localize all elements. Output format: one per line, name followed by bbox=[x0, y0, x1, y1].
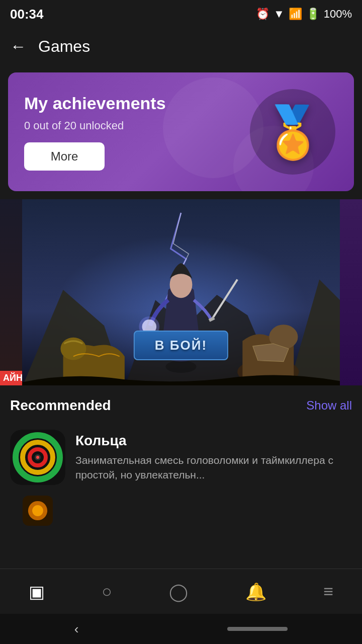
nav-messages[interactable]: ◯ bbox=[159, 577, 198, 607]
svg-point-20 bbox=[36, 456, 39, 459]
medal-circle: 🏅 bbox=[250, 89, 335, 175]
banner-left-preview: АЙН bbox=[0, 199, 22, 385]
banner-left-inner: АЙН bbox=[0, 199, 22, 385]
more-button[interactable]: More bbox=[24, 142, 105, 171]
back-system-button[interactable]: ‹ bbox=[74, 621, 79, 637]
bottom-navigation: ▣ ○ ◯ 🔔 ≡ bbox=[0, 569, 362, 614]
menu-icon: ≡ bbox=[323, 582, 333, 601]
achievements-title: My achievements bbox=[24, 94, 166, 113]
app-icon-koltsa bbox=[10, 430, 65, 485]
alarm-icon: ⏰ bbox=[256, 8, 269, 21]
banner-tag: АЙН bbox=[0, 371, 22, 385]
achievements-medal: 🏅 bbox=[247, 87, 338, 177]
svg-point-5 bbox=[165, 361, 196, 373]
home-pill[interactable] bbox=[227, 627, 288, 631]
recommended-header: Recommended Show all bbox=[0, 385, 362, 422]
battery-percent: 100% bbox=[324, 8, 352, 21]
svg-point-23 bbox=[32, 505, 43, 516]
status-time: 00:34 bbox=[10, 7, 44, 22]
achievements-card: My achievements 0 out of 20 unlocked Mor… bbox=[8, 72, 354, 191]
home-icon: ▣ bbox=[29, 582, 45, 602]
achievements-info: My achievements 0 out of 20 unlocked Mor… bbox=[24, 94, 166, 171]
app-name-koltsa: Кольца bbox=[75, 433, 352, 449]
status-icons: ⏰ ▼ 📶 🔋 100% bbox=[256, 8, 352, 21]
banner-carousel[interactable]: АЙН bbox=[0, 199, 362, 385]
achievements-subtitle: 0 out of 20 unlocked bbox=[24, 119, 166, 132]
nav-search[interactable]: ○ bbox=[92, 577, 122, 606]
nav-home[interactable]: ▣ bbox=[19, 577, 55, 607]
rings-icon-svg bbox=[10, 430, 65, 485]
notifications-icon: 🔔 bbox=[245, 582, 266, 602]
status-bar: 00:34 ⏰ ▼ 📶 🔋 100% bbox=[0, 0, 362, 28]
battery-icon: 🔋 bbox=[306, 8, 320, 21]
search-icon: ○ bbox=[102, 582, 112, 601]
app-desc-koltsa: Занимательная смесь головоломки и таймки… bbox=[75, 453, 352, 482]
medal-icon: 🏅 bbox=[261, 107, 324, 157]
partial-icon-svg bbox=[10, 496, 65, 526]
messages-icon: ◯ bbox=[169, 582, 188, 602]
app-item-partial bbox=[0, 493, 362, 528]
signal-icon: 📶 bbox=[289, 8, 302, 21]
app-icon-partial bbox=[10, 496, 65, 526]
recommended-title: Recommended bbox=[10, 397, 111, 414]
nav-notifications[interactable]: 🔔 bbox=[235, 577, 277, 607]
system-navigation: ‹ bbox=[0, 614, 362, 644]
banner-main[interactable]: В БОЙ! bbox=[22, 199, 340, 385]
banner-right-preview bbox=[340, 199, 362, 385]
app-item-koltsa[interactable]: Кольца Занимательная смесь головоломки и… bbox=[0, 422, 362, 493]
back-button[interactable]: ← bbox=[10, 37, 26, 56]
show-all-button[interactable]: Show all bbox=[306, 398, 352, 413]
app-info-koltsa: Кольца Занимательная смесь головоломки и… bbox=[75, 433, 352, 482]
wifi-icon: ▼ bbox=[274, 8, 285, 21]
banner-background: В БОЙ! bbox=[22, 199, 340, 385]
banner-cta-button[interactable]: В БОЙ! bbox=[134, 331, 228, 360]
page-header: ← Games bbox=[0, 28, 362, 64]
page-title: Games bbox=[38, 37, 90, 56]
nav-menu[interactable]: ≡ bbox=[313, 577, 343, 606]
